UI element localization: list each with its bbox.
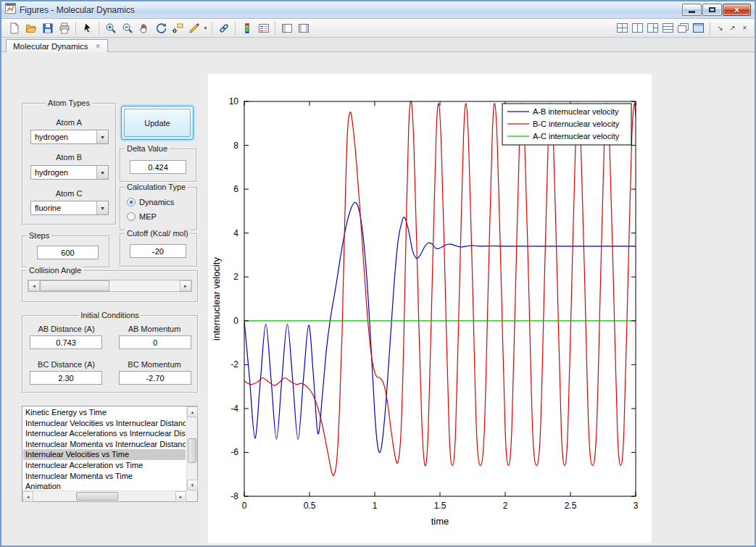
radio-mep[interactable]: MEP: [127, 212, 157, 221]
minimize-button[interactable]: [682, 4, 702, 16]
list-item[interactable]: Internuclear Accelerations vs Internucle…: [23, 428, 186, 439]
ab-momentum-label: AB Momentum: [110, 325, 199, 333]
panel-title: Cutoff (Kcal/ mol): [125, 229, 191, 238]
scroll-up-icon[interactable]: ▲: [187, 406, 198, 417]
new-figure-button[interactable]: [6, 20, 22, 36]
insert-legend-button[interactable]: [255, 20, 272, 36]
arrow-cursor-icon: [82, 22, 94, 34]
hide-plot-tools-button[interactable]: [278, 20, 295, 36]
dock-button[interactable]: ↘: [715, 22, 726, 34]
brush-data-button[interactable]: [186, 20, 202, 36]
svg-text:-2: -2: [230, 359, 238, 369]
collision-angle-slider[interactable]: ◄ ►: [28, 280, 192, 292]
dock-arrow-icon: ↘: [717, 24, 723, 32]
list-item[interactable]: Animation: [23, 481, 186, 490]
brush-icon: [188, 22, 200, 34]
ab-momentum-field[interactable]: [119, 335, 191, 349]
vertical-scroll-thumb[interactable]: [188, 438, 196, 463]
save-figure-button[interactable]: [39, 20, 56, 36]
rotate-3d-button[interactable]: [152, 20, 169, 36]
atom-c-value: fluorine: [35, 204, 61, 212]
list-item[interactable]: Internuclear Acceleration vs Time: [23, 460, 186, 471]
bc-momentum-label: BC Momentum: [110, 360, 199, 369]
close-panel-button[interactable]: ×: [739, 22, 750, 34]
tile-left-button[interactable]: [646, 22, 660, 35]
new-figure-icon: [9, 22, 20, 34]
cascade-button[interactable]: [676, 22, 690, 35]
svg-text:1.5: 1.5: [434, 501, 446, 511]
link-plot-button[interactable]: [215, 20, 232, 36]
undock-arrow-icon: ↗: [729, 24, 735, 32]
tile-grid-button[interactable]: [615, 22, 629, 35]
tile-rows-icon: [662, 23, 673, 33]
tab-molecular-dynamics[interactable]: Molecular Dynamics ×: [6, 39, 108, 53]
print-figure-button[interactable]: [56, 20, 72, 36]
listbox-items: Kinetic Energy vs TimeInternuclear Veloc…: [23, 407, 186, 490]
window-title: Figures - Molecular Dynamics: [20, 5, 135, 15]
scroll-right-icon[interactable]: ►: [175, 491, 186, 502]
list-item[interactable]: Internuclear Momenta vs Internuclear Dis…: [23, 439, 186, 450]
chevron-down-icon[interactable]: ▼: [96, 130, 108, 143]
chevron-down-icon[interactable]: ▼: [96, 166, 108, 179]
brush-dropdown-arrow-icon[interactable]: ▾: [202, 20, 209, 36]
figure-toolbar: ▾ ↘ ↗ ×: [1, 19, 755, 38]
link-plot-icon: [218, 22, 230, 34]
atom-a-dropdown[interactable]: hydrogen ▼: [30, 130, 109, 144]
ab-distance-field[interactable]: [30, 335, 102, 349]
close-button[interactable]: ×: [723, 4, 751, 16]
chevron-down-icon[interactable]: ▼: [96, 201, 108, 214]
delta-value-field[interactable]: [130, 160, 186, 174]
zoom-in-button[interactable]: [102, 20, 119, 36]
atom-types-panel: Atom Types Atom A hydrogen ▼ Atom B hydr…: [22, 103, 116, 225]
radio-unselected-icon: [127, 212, 136, 221]
tile-rows-button[interactable]: [661, 22, 675, 35]
pan-button[interactable]: [136, 20, 152, 36]
cutoff-field[interactable]: [130, 244, 186, 258]
list-item[interactable]: Kinetic Energy vs Time: [23, 407, 186, 418]
insert-colorbar-icon: [241, 22, 253, 34]
list-item[interactable]: Internulear Velocities vs Time: [23, 449, 186, 460]
plot-type-listbox[interactable]: Kinetic Energy vs TimeInternuclear Veloc…: [22, 406, 198, 502]
open-file-button[interactable]: [22, 20, 39, 36]
data-cursor-icon: [172, 22, 183, 34]
update-button[interactable]: Update: [121, 106, 194, 140]
bc-distance-field[interactable]: [30, 371, 102, 385]
atom-b-dropdown[interactable]: hydrogen ▼: [30, 165, 109, 180]
show-plot-tools-dock-button[interactable]: [295, 20, 312, 36]
maximize-button[interactable]: [702, 4, 722, 16]
close-icon: ×: [734, 6, 739, 14]
horizontal-scrollbar[interactable]: ◄ ►: [22, 490, 186, 501]
tab-close-icon[interactable]: ×: [96, 43, 101, 50]
close-panel-icon: ×: [743, 24, 747, 32]
slider-thumb[interactable]: [40, 280, 109, 291]
slider-right-arrow-icon[interactable]: ►: [180, 280, 191, 291]
figure-content: Atom Types Atom A hydrogen ▼ Atom B hydr…: [1, 52, 755, 546]
maximize-icon: [709, 7, 715, 12]
list-item[interactable]: Internuclear Velocities vs Internuclear …: [23, 418, 186, 429]
scroll-left-icon[interactable]: ◄: [22, 491, 33, 502]
steps-field[interactable]: [37, 246, 99, 259]
panel-title: Calculation Type: [125, 183, 188, 191]
list-item[interactable]: Internuclear Momenta vs Time: [23, 471, 186, 482]
undock-button[interactable]: ↗: [727, 22, 738, 34]
slider-left-arrow-icon[interactable]: ◄: [28, 280, 40, 291]
plot-area[interactable]: 00.511.522.53-8-6-4-20246810timeinternuc…: [208, 74, 652, 543]
atom-c-dropdown[interactable]: fluorine ▼: [30, 201, 109, 215]
horizontal-scroll-thumb[interactable]: [76, 492, 118, 501]
initial-conditions-panel: Initial Conditions AB Distance (A) AB Mo…: [22, 315, 198, 393]
insert-colorbar-button[interactable]: [238, 20, 255, 36]
layout-controls: ↘ ↗ ×: [615, 22, 750, 35]
zoom-out-button[interactable]: [119, 20, 136, 36]
bc-momentum-field[interactable]: [119, 371, 191, 385]
zoom-in-icon: [105, 22, 117, 34]
edit-cursor-button[interactable]: [79, 20, 96, 36]
calculation-type-panel: Calculation Type Dynamics MEP: [120, 187, 197, 230]
vertical-scrollbar[interactable]: ▲ ▼: [186, 406, 197, 490]
data-cursor-button[interactable]: [169, 20, 186, 36]
radio-dynamics[interactable]: Dynamics: [127, 198, 174, 206]
svg-text:8: 8: [233, 141, 238, 151]
tile-columns-button[interactable]: [631, 22, 644, 35]
single-tile-button[interactable]: [691, 22, 705, 35]
scroll-down-icon[interactable]: ▼: [187, 480, 198, 490]
rotate-icon: [155, 22, 167, 34]
